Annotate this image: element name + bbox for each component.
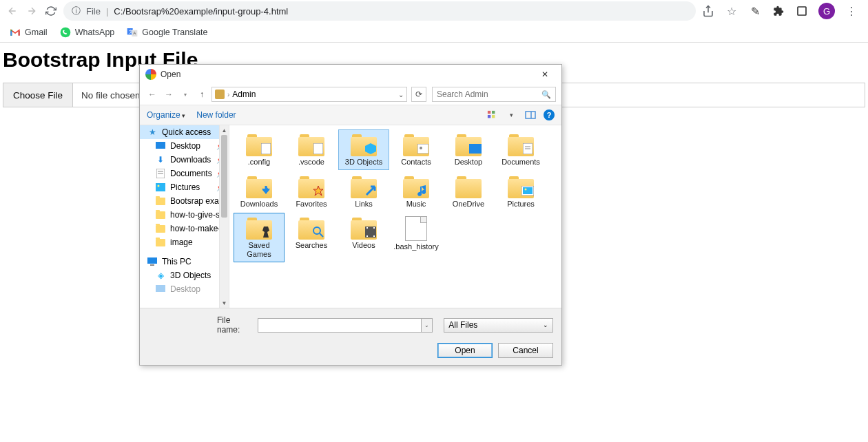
close-icon[interactable]: ✕ xyxy=(534,67,556,81)
preview-pane-icon[interactable] xyxy=(524,109,537,121)
address-bar[interactable]: ⓘ File | C:/Bootsrap%20example/input-gro… xyxy=(63,1,696,21)
reload-icon[interactable] xyxy=(44,4,58,18)
back-icon[interactable] xyxy=(6,4,19,18)
sidebar-this-pc[interactable]: This PC xyxy=(140,255,229,269)
file-label: OneDrive xyxy=(453,200,484,209)
svg-point-1 xyxy=(60,27,70,37)
svg-rect-19 xyxy=(150,264,154,266)
filter-select[interactable]: All Files ⌄ xyxy=(444,318,553,333)
nav-back-icon[interactable]: ← xyxy=(145,87,159,101)
file-item-documents[interactable]: Documents xyxy=(495,129,546,170)
folder-icon xyxy=(155,238,166,247)
dialog-body: ★ Quick access Desktop📌 ⬇Downloads📌 Docu… xyxy=(140,125,561,308)
file-item-config[interactable]: .config xyxy=(234,129,285,170)
folder-icon xyxy=(349,133,378,156)
refresh-icon[interactable]: ⟳ xyxy=(411,87,426,102)
file-item-favorites[interactable]: Favorites xyxy=(286,171,337,212)
scroll-up-icon[interactable]: ▲ xyxy=(220,125,229,135)
svg-point-34 xyxy=(525,188,527,190)
path-box[interactable]: › Admin ⌄ xyxy=(211,87,407,102)
open-button[interactable]: Open xyxy=(437,343,493,358)
forward-icon[interactable] xyxy=(25,4,39,18)
svg-rect-16 xyxy=(156,183,165,191)
sidebar-item-desktop2[interactable]: Desktop xyxy=(140,282,229,296)
bookmarks-bar: Gmail WhatsApp 文A Google Translate xyxy=(0,22,868,43)
sidebar-item-documents[interactable]: Documents📌 xyxy=(140,167,229,180)
folder-icon xyxy=(245,175,273,198)
file-item-music[interactable]: Music xyxy=(391,171,442,212)
file-item-searches[interactable]: Searches xyxy=(286,213,337,262)
folder-icon xyxy=(297,175,326,198)
menu-icon[interactable]: ⋮ xyxy=(845,4,858,18)
nav-forward-icon[interactable]: → xyxy=(162,87,176,101)
svg-rect-39 xyxy=(366,235,368,237)
organize-button[interactable]: Organize xyxy=(147,110,185,120)
file-item-desktop[interactable]: Desktop xyxy=(443,129,494,170)
sidebar-label: Quick access xyxy=(162,127,211,137)
sidebar-item-how-to-give[interactable]: how-to-give-spa xyxy=(140,208,229,222)
sidebar-quick-access[interactable]: ★ Quick access xyxy=(140,125,229,139)
scrollbar[interactable]: ▲ ▼ xyxy=(219,125,229,308)
info-icon: ⓘ xyxy=(72,5,81,17)
tabs-icon[interactable] xyxy=(795,4,809,18)
filter-text: All Files xyxy=(448,320,477,330)
file-item-onedrive[interactable]: OneDrive xyxy=(443,171,494,212)
cancel-button[interactable]: Cancel xyxy=(498,343,553,358)
svg-text:A: A xyxy=(134,31,136,35)
file-item-downloads[interactable]: Downloads xyxy=(234,171,285,212)
search-input[interactable] xyxy=(437,90,541,99)
bookmark-label: Google Translate xyxy=(142,28,207,37)
view-dropdown-icon[interactable]: ▾ xyxy=(505,109,517,121)
file-item-links[interactable]: Links xyxy=(338,171,389,212)
scroll-thumb[interactable] xyxy=(221,135,227,218)
bookmark-star-icon[interactable]: ☆ xyxy=(725,4,738,18)
profile-badge[interactable]: G xyxy=(818,3,835,19)
sidebar-item-image[interactable]: image xyxy=(140,235,229,249)
nav-recent-icon[interactable]: ▾ xyxy=(178,87,192,101)
extensions-icon[interactable] xyxy=(772,4,785,18)
file-item-videos[interactable]: Videos xyxy=(338,213,389,262)
dialog-footer: File name: ⌄ All Files ⌄ Open Cancel xyxy=(140,308,561,365)
sidebar-item-desktop[interactable]: Desktop📌 xyxy=(140,139,229,153)
file-item-pictures[interactable]: Pictures xyxy=(495,171,546,212)
search-box[interactable]: 🔍 xyxy=(432,87,556,102)
file-label: Contacts xyxy=(401,158,431,167)
view-icons-button[interactable] xyxy=(486,109,498,121)
nav-up-icon[interactable]: ↑ xyxy=(195,87,209,101)
filename-dropdown-icon[interactable]: ⌄ xyxy=(422,318,433,333)
file-label: 3D Objects xyxy=(345,158,382,167)
file-item-3d-objects[interactable]: 3D Objects xyxy=(338,129,389,170)
svg-marker-23 xyxy=(365,143,376,154)
sidebar-item-how-to-make[interactable]: how-to-make-ta xyxy=(140,222,229,235)
bookmark-google-translate[interactable]: 文A Google Translate xyxy=(127,27,207,38)
dialog-title: Open xyxy=(161,70,180,79)
file-label: .bash_history xyxy=(393,242,438,251)
filename-input[interactable] xyxy=(258,318,422,333)
folder-icon xyxy=(297,216,326,240)
sidebar-item-bootsrap[interactable]: Bootsrap examp xyxy=(140,194,229,208)
new-folder-button[interactable]: New folder xyxy=(196,110,236,120)
choose-file-button[interactable]: Choose File xyxy=(3,83,73,107)
file-item-bash-history[interactable]: .bash_history xyxy=(391,213,442,262)
file-item-saved-games[interactable]: Saved Games xyxy=(234,213,285,262)
chevron-down-icon: ⌄ xyxy=(543,322,548,328)
bookmark-whatsapp[interactable]: WhatsApp xyxy=(60,27,115,38)
bookmark-gmail[interactable]: Gmail xyxy=(10,27,48,38)
user-folder-icon xyxy=(215,90,225,99)
file-item-contacts[interactable]: Contacts xyxy=(391,129,442,170)
file-area[interactable]: .config.vscode3D ObjectsContactsDesktopD… xyxy=(229,125,561,308)
file-item-vscode[interactable]: .vscode xyxy=(286,129,337,170)
dialog-titlebar[interactable]: Open ✕ xyxy=(140,65,561,84)
sidebar-item-downloads[interactable]: ⬇Downloads📌 xyxy=(140,153,229,167)
path-segment[interactable]: Admin xyxy=(232,90,256,99)
sidebar-item-3d-objects[interactable]: ◈3D Objects xyxy=(140,269,229,282)
music-icon xyxy=(417,185,429,197)
scroll-down-icon[interactable]: ▼ xyxy=(220,298,229,308)
file-label: Saved Games xyxy=(236,241,282,258)
share-icon[interactable] xyxy=(701,4,715,18)
folder-icon xyxy=(402,175,431,198)
help-icon[interactable]: ? xyxy=(544,109,555,120)
sidebar-item-pictures[interactable]: Pictures📌 xyxy=(140,180,229,194)
chevron-down-icon[interactable]: ⌄ xyxy=(398,91,404,98)
notes-icon[interactable]: ✎ xyxy=(748,4,762,18)
